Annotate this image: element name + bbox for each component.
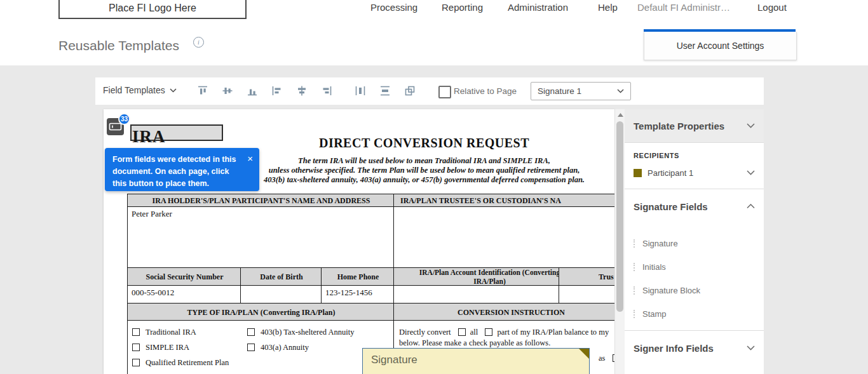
signature-fields-label: Signature Fields <box>634 201 708 212</box>
relative-to-page-checkbox[interactable] <box>438 86 451 98</box>
close-icon[interactable]: × <box>247 152 253 166</box>
type-option-label: SIMPLE IRA <box>146 343 189 352</box>
distribute-vertical-icon[interactable] <box>378 84 392 98</box>
chevron-up-icon <box>747 204 755 209</box>
conversion-text: part of my IRA/Plan balance to my <box>498 328 609 337</box>
signature-fields-header[interactable]: Signature Fields <box>625 190 764 223</box>
field-toolbar: Field Templates Relative <box>95 77 764 105</box>
phone-header-cell: Home Phone <box>321 267 395 287</box>
type-option-label: 403(b) Tax-sheltered Annuity <box>261 328 354 337</box>
top-header: Place FI Logo Here Processing Reporting … <box>0 0 868 65</box>
field-name-select[interactable]: Signature 1 <box>531 82 631 100</box>
align-middle-icon[interactable] <box>220 84 234 98</box>
fi-logo-placeholder: Place FI Logo Here <box>58 0 247 19</box>
template-properties-label: Template Properties <box>634 121 724 131</box>
drag-handle-icon <box>634 310 637 318</box>
account-id-header-cell: IRA/Plan Account Identification (Convert… <box>393 267 586 287</box>
recipient-color-swatch <box>634 169 642 177</box>
type-option-label: Qualified Retirement Plan <box>146 358 229 368</box>
nav-processing[interactable]: Processing <box>370 2 417 13</box>
divider <box>625 189 764 189</box>
scrollbar-thumb[interactable] <box>616 121 623 312</box>
document-page: 33 IRA DIRECT CONVERSION REQUEST The ter… <box>104 109 614 374</box>
nav-logout[interactable]: Logout <box>757 2 787 13</box>
holder-name-cell: Peter Parker <box>127 206 403 274</box>
nav-administration[interactable]: Administration <box>508 2 568 13</box>
drag-handle-icon <box>634 263 637 271</box>
trustee-col-header-cell: Trus <box>559 267 614 287</box>
field-item-stamp[interactable]: Stamp <box>634 307 754 321</box>
template-properties-header[interactable]: Template Properties <box>625 109 764 142</box>
checkbox-all <box>458 328 466 336</box>
checkbox-part <box>485 328 492 336</box>
conversion-text: below. Please make a check payable as fo… <box>399 338 550 348</box>
participant-label: Participant 1 <box>648 168 693 178</box>
drag-handle-icon <box>634 286 637 295</box>
signature-field-overlay[interactable]: Signature <box>362 348 590 374</box>
recipients-title: RECIPIENTS <box>634 152 679 159</box>
relative-to-page-label: Relative to Page <box>454 86 517 96</box>
distribute-horizontal-icon[interactable] <box>353 84 367 98</box>
document-scrollbar[interactable] <box>614 109 625 374</box>
trustee-name-cell <box>393 206 614 274</box>
field-templates-dropdown[interactable]: Field Templates <box>103 85 177 95</box>
field-item-label: Stamp <box>642 309 667 319</box>
field-item-label: Signature <box>642 239 678 248</box>
signer-info-fields-label: Signer Info Fields <box>634 343 714 354</box>
ssn-header-cell: Social Security Number <box>127 267 242 287</box>
chevron-down-icon <box>747 345 755 351</box>
field-item-signature-block[interactable]: Signature Block <box>634 283 754 297</box>
type-option-label: Traditional IRA <box>146 328 196 337</box>
type-options-cell: Traditional IRA SIMPLE IRA Qualified Ret… <box>127 320 403 374</box>
field-item-initials[interactable]: Initials <box>634 260 754 274</box>
participant-row[interactable]: Participant 1 <box>625 165 764 180</box>
nav-current-user[interactable]: Default FI Administr… <box>637 2 730 13</box>
align-bottom-icon[interactable] <box>245 84 259 98</box>
align-left-icon[interactable] <box>270 84 284 98</box>
chevron-down-icon <box>170 88 177 93</box>
divider <box>625 142 764 143</box>
user-account-settings-label: User Account Settings <box>677 41 764 51</box>
type-header-cell: TYPE OF IRA/PLAN (Converting IRA/Plan) <box>127 303 395 322</box>
signature-field-label: Signature <box>371 354 417 366</box>
field-count-badge: 33 <box>118 113 130 125</box>
align-center-icon[interactable] <box>295 84 309 98</box>
chevron-down-icon <box>747 123 755 128</box>
app-root: Place FI Logo Here Processing Reporting … <box>0 0 868 374</box>
match-size-icon[interactable] <box>403 84 417 98</box>
right-sidebar: Template Properties RECIPIENTS Participa… <box>625 109 764 374</box>
checkbox-traditional-ira <box>132 328 140 336</box>
scroll-up-icon[interactable] <box>615 109 625 120</box>
chevron-down-icon <box>747 170 755 175</box>
info-icon[interactable]: i <box>193 37 204 48</box>
nav-help[interactable]: Help <box>598 2 618 13</box>
checkbox-qualified-plan <box>132 359 140 366</box>
dob-header-cell: Date of Birth <box>240 267 323 287</box>
field-item-label: Initials <box>642 262 666 272</box>
checkbox-403a <box>247 344 255 351</box>
page-title: Reusable Templates <box>58 38 179 53</box>
fi-logo-text: Place FI Logo Here <box>109 3 196 14</box>
active-tab-indicator <box>644 29 796 32</box>
nav-reporting[interactable]: Reporting <box>442 2 483 13</box>
field-templates-label: Field Templates <box>103 85 165 95</box>
field-item-signature[interactable]: Signature <box>634 236 754 250</box>
divider <box>625 330 764 331</box>
chevron-down-icon <box>617 89 624 93</box>
signer-info-fields-header[interactable]: Signer Info Fields <box>625 331 764 364</box>
form-fields-tooltip: Form fields were detected in this docume… <box>105 148 259 191</box>
align-top-icon[interactable] <box>196 84 210 98</box>
tooltip-message: Form fields were detected in this docume… <box>112 154 238 189</box>
conversion-text: all <box>470 328 478 337</box>
align-right-icon[interactable] <box>320 84 334 98</box>
user-account-settings-button[interactable]: User Account Settings <box>644 32 797 60</box>
conversion-text: Directly convert <box>399 328 451 337</box>
type-option-label: 403(a) Annuity <box>261 343 309 352</box>
recipient-color-fold <box>579 349 589 359</box>
checkbox-403b <box>247 328 255 336</box>
conversion-header-cell: CONVERSION INSTRUCTION <box>393 303 614 322</box>
conversion-as-label: as <box>599 354 605 363</box>
field-item-label: Signature Block <box>642 286 700 295</box>
drag-handle-icon <box>634 239 637 248</box>
checkbox-simple-ira <box>132 344 140 351</box>
